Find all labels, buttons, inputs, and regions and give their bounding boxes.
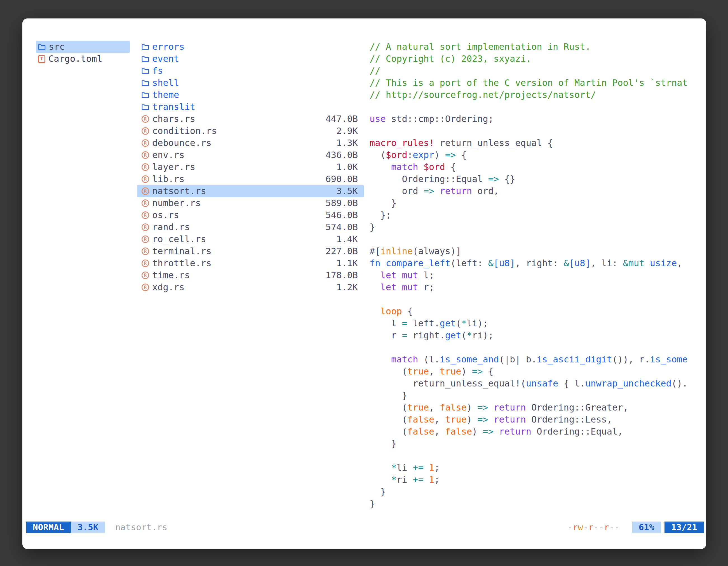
entry-size: 1.0K (336, 161, 358, 173)
entry-name: errors (152, 41, 185, 53)
rust-file-icon: R (142, 175, 149, 183)
entry-size: 574.0B (325, 221, 358, 233)
entry-size: 1.4K (336, 233, 358, 245)
file-row[interactable]: Rnumber.rs589.0B (137, 197, 364, 209)
code-line: use std::cmp::Ordering; (370, 113, 694, 125)
entry-name: xdg.rs (152, 281, 185, 293)
code-line: Ordering::Equal => {} (370, 173, 694, 185)
dir-row[interactable]: shell (137, 77, 364, 89)
file-preview-pane[interactable]: // A natural sort implementation in Rust… (370, 41, 694, 516)
entry-size: 436.0B (325, 149, 358, 161)
code-line: l = left.get(*li); (370, 317, 694, 329)
code-line: match $ord { (370, 161, 694, 173)
file-row[interactable]: Rlayer.rs1.0K (137, 161, 364, 173)
file-row[interactable]: Renv.rs436.0B (137, 149, 364, 161)
file-row[interactable]: Rchars.rs447.0B (137, 113, 364, 125)
rust-file-icon: R (142, 200, 149, 207)
entry-name: fs (152, 65, 163, 77)
entry-size: 227.0B (325, 245, 358, 257)
folder-icon (142, 80, 149, 86)
rust-file-icon: R (142, 272, 149, 279)
file-size-badge: 3.5K (71, 522, 105, 533)
dir-row[interactable]: translit (137, 101, 364, 113)
entry-name: time.rs (152, 269, 190, 281)
code-line: (false, true) => return Ordering::Less, (370, 414, 694, 426)
code-line: *li += 1; (370, 462, 694, 474)
dir-row[interactable]: src (36, 41, 130, 53)
terminal-window: srcTCargo.toml errorseventfsshellthemetr… (22, 18, 706, 549)
entry-size: 3.5K (336, 185, 358, 197)
entry-name: chars.rs (152, 113, 195, 125)
file-row[interactable]: TCargo.toml (36, 53, 130, 65)
code-line: } (370, 389, 694, 401)
entry-name: condition.rs (152, 125, 217, 137)
entry-size: 1.1K (336, 257, 358, 269)
dir-row[interactable]: event (137, 53, 364, 65)
entry-name: ro_cell.rs (152, 233, 206, 245)
entry-name: os.rs (152, 209, 179, 221)
entry-name: debounce.rs (152, 137, 212, 149)
file-row[interactable]: Rxdg.rs1.2K (137, 281, 364, 293)
code-line: ($ord:expr) => { (370, 149, 694, 161)
entry-size: 2.9K (336, 125, 358, 137)
code-line: // Copyright (c) 2023, sxyazi. (370, 53, 694, 65)
file-row[interactable]: Rcondition.rs2.9K (137, 125, 364, 137)
toml-file-icon: T (38, 55, 45, 63)
code-line: } (370, 221, 694, 233)
file-row[interactable]: Rlib.rs690.0B (137, 173, 364, 185)
entry-name: src (49, 41, 65, 53)
file-row[interactable]: Rro_cell.rs1.4K (137, 233, 364, 245)
entry-size: 1.2K (336, 281, 358, 293)
mode-indicator: NORMAL (26, 522, 71, 533)
file-row[interactable]: Rrand.rs574.0B (137, 221, 364, 233)
dir-row[interactable]: errors (137, 41, 364, 53)
file-row[interactable]: Ros.rs546.0B (137, 209, 364, 221)
entry-size: 1.3K (336, 137, 358, 149)
file-row[interactable]: Rterminal.rs227.0B (137, 245, 364, 257)
entry-name: shell (152, 77, 179, 89)
cursor-position-badge: 13/21 (664, 522, 704, 533)
file-row[interactable]: Rtime.rs178.0B (137, 269, 364, 281)
code-line (370, 125, 694, 137)
folder-icon (38, 44, 46, 50)
entry-size: 589.0B (325, 197, 358, 209)
folder-icon (142, 56, 149, 62)
entry-size: 447.0B (325, 113, 358, 125)
rust-file-icon: R (142, 115, 149, 123)
dir-row[interactable]: theme (137, 89, 364, 101)
code-line: let mut l; (370, 269, 694, 281)
rust-file-icon: R (142, 187, 149, 195)
code-line: } (370, 486, 694, 498)
rust-file-icon: R (142, 151, 149, 159)
code-line: } (370, 498, 694, 510)
code-line: let mut r; (370, 281, 694, 293)
code-line: ord => return ord, (370, 185, 694, 197)
folder-icon (142, 68, 149, 74)
code-line (370, 293, 694, 305)
rust-file-icon: R (142, 224, 149, 231)
file-row[interactable]: Rthrottle.rs1.1K (137, 257, 364, 269)
rust-file-icon: R (142, 212, 149, 219)
file-row[interactable]: Rnatsort.rs3.5K (137, 185, 364, 197)
rust-file-icon: R (142, 260, 149, 267)
file-row[interactable]: Rdebounce.rs1.3K (137, 137, 364, 149)
entry-name: env.rs (152, 149, 185, 161)
entry-size: 546.0B (325, 209, 358, 221)
code-line: } (370, 438, 694, 450)
rust-file-icon: R (142, 236, 149, 243)
scroll-percent-badge: 61% (632, 522, 661, 533)
entry-size: 690.0B (325, 173, 358, 185)
status-filename: natsort.rs (115, 522, 168, 532)
entry-name: layer.rs (152, 161, 195, 173)
rust-file-icon: R (142, 139, 149, 147)
code-line (370, 450, 694, 462)
code-line: (true, true) => { (370, 365, 694, 377)
code-line: // http://sourcefrog.net/projects/natsor… (370, 89, 694, 101)
dir-row[interactable]: fs (137, 65, 364, 77)
current-directory-pane: errorseventfsshellthemetranslitRchars.rs… (137, 41, 364, 293)
parent-directory-pane: srcTCargo.toml (36, 41, 130, 65)
code-line: r = right.get(*ri); (370, 329, 694, 341)
folder-icon (142, 104, 149, 110)
code-line: match (l.is_some_and(|b| b.is_ascii_digi… (370, 353, 694, 365)
rust-file-icon: R (142, 163, 149, 171)
